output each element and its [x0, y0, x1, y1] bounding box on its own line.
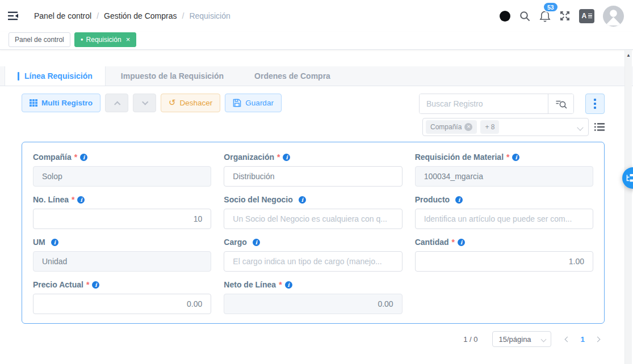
chevron-right-icon: [595, 336, 601, 342]
field-cargo: Cargo: [224, 237, 402, 272]
tab-label: Impuesto de la Requisición: [121, 71, 224, 81]
tag-panel-de-control[interactable]: Panel de control: [9, 32, 70, 47]
cantidad-input[interactable]: [415, 251, 593, 272]
required-asterisk: *: [86, 280, 89, 290]
field-label: Socio del Negocio: [224, 194, 402, 205]
select-chevron-icon: [577, 124, 583, 130]
field-info-icon[interactable]: [253, 239, 260, 246]
field-info-icon[interactable]: [285, 281, 292, 289]
required-asterisk: *: [277, 152, 280, 162]
compania-input: [33, 166, 211, 187]
field-producto: Producto: [415, 194, 593, 229]
field-info-icon[interactable]: [299, 196, 306, 204]
tab-label: Ordenes de Compra: [254, 71, 330, 81]
translate-lines: [588, 14, 592, 18]
field-precio-actual: Precio Actual *: [33, 280, 211, 314]
main-content: Línea Requisición Impuesto de la Requisi…: [0, 66, 633, 347]
current-page-number[interactable]: 1: [575, 335, 590, 344]
undo-button[interactable]: ↺ Deshacer: [161, 94, 220, 112]
sidebar-toggle-icon[interactable]: [8, 11, 20, 21]
label-text: Requisición de Material: [415, 152, 504, 162]
field-info-icon[interactable]: [92, 281, 99, 289]
previous-page-button[interactable]: [560, 337, 575, 341]
field-label: Compañía *: [33, 152, 211, 162]
select-chevron-icon: [541, 337, 547, 342]
field-info-icon[interactable]: [80, 154, 87, 161]
field-cantidad: Cantidad *: [415, 237, 593, 272]
field-info-icon[interactable]: [77, 196, 85, 204]
organizacion-input[interactable]: [224, 166, 402, 187]
breadcrumb-separator: /: [97, 11, 99, 20]
next-page-button[interactable]: [590, 337, 605, 341]
field-list-button[interactable]: [594, 122, 605, 132]
socio-negocio-input[interactable]: [224, 209, 402, 229]
tab-label: Línea Requisición: [24, 71, 93, 81]
page-size-select[interactable]: 15/página: [492, 331, 551, 347]
requisicion-material-input: [415, 166, 593, 187]
precio-actual-input[interactable]: [33, 294, 211, 314]
field-neto-linea: Neto de Línea *: [224, 280, 402, 314]
tag-requisicion-active[interactable]: ● Requisición ×: [74, 32, 136, 47]
remove-filter-icon[interactable]: ×: [464, 123, 472, 131]
save-button[interactable]: Guardar: [225, 94, 282, 112]
field-info-icon[interactable]: [458, 239, 465, 246]
language-translate-icon[interactable]: A: [579, 9, 594, 23]
no-linea-input[interactable]: [33, 209, 211, 229]
label-text: Compañía: [33, 152, 72, 162]
record-tabs: Línea Requisición Impuesto de la Requisi…: [0, 66, 633, 86]
breadcrumb-item-home[interactable]: Panel de control: [34, 11, 91, 20]
required-asterisk: *: [72, 194, 74, 205]
label-text: Socio del Negocio: [224, 194, 292, 205]
columns-filter-select[interactable]: Compañía × + 8: [422, 118, 589, 136]
multi-record-button[interactable]: Multi Registro: [22, 94, 100, 112]
more-options-button[interactable]: [585, 94, 605, 114]
next-record-button[interactable]: [133, 94, 156, 112]
field-label: UM: [33, 237, 211, 247]
required-asterisk: *: [506, 152, 509, 162]
tab-linea-requisicion[interactable]: Línea Requisición: [5, 66, 106, 86]
field-info-icon[interactable]: [51, 239, 58, 246]
filter-tag-compania[interactable]: Compañía ×: [426, 120, 477, 134]
vertical-scrollbar[interactable]: ▲: [624, 50, 632, 364]
field-label: Cantidad *: [415, 237, 593, 247]
label-text: No. Línea: [33, 194, 69, 205]
label-text: Precio Actual: [33, 280, 83, 290]
tab-impuesto-requisicion[interactable]: Impuesto de la Requisición: [106, 66, 239, 86]
toolbar: Multi Registro ↺ Deshacer Guardar: [0, 94, 633, 114]
previous-record-button[interactable]: [105, 94, 128, 112]
pagination-bar: 1 / 0 15/página 1: [0, 331, 605, 347]
cargo-input[interactable]: [224, 251, 402, 272]
neto-linea-input: [224, 294, 402, 314]
fullscreen-icon[interactable]: [559, 10, 571, 22]
field-label: Organización *: [224, 152, 402, 162]
field-label: Precio Actual *: [33, 280, 211, 290]
active-dot-icon: ●: [81, 37, 83, 42]
field-um: UM: [33, 237, 211, 272]
scroll-up-arrow-icon[interactable]: ▲: [626, 53, 631, 364]
field-label: Producto: [415, 194, 593, 205]
field-requisicion-material: Requisición de Material *: [415, 152, 593, 187]
filter-tag-more[interactable]: + 8: [480, 120, 499, 134]
info-icon[interactable]: [500, 11, 510, 22]
label-text: Neto de Línea: [224, 280, 276, 290]
tab-ordenes-de-compra[interactable]: Ordenes de Compra: [239, 66, 346, 86]
active-tab-bar: [18, 72, 19, 81]
advanced-search-button[interactable]: [548, 94, 573, 113]
close-tag-icon[interactable]: ×: [126, 35, 131, 44]
field-no-linea: No. Línea *: [33, 194, 211, 229]
undo-icon: ↺: [169, 99, 176, 107]
breadcrumb-item-purchases[interactable]: Gestión de Compras: [104, 11, 177, 20]
field-info-icon[interactable]: [512, 154, 519, 161]
field-info-icon[interactable]: [455, 196, 463, 204]
record-search-input[interactable]: [420, 94, 548, 113]
filter-row: Compañía × + 8: [0, 118, 633, 136]
field-label: No. Línea *: [33, 194, 211, 205]
field-info-icon[interactable]: [283, 154, 290, 161]
search-icon[interactable]: [519, 10, 531, 22]
producto-input[interactable]: [415, 209, 593, 229]
open-windows-tagbar: Panel de control ● Requisición ×: [0, 32, 633, 50]
save-label: Guardar: [245, 99, 274, 107]
notifications-bell-icon[interactable]: 53: [539, 10, 551, 22]
user-avatar[interactable]: [603, 6, 624, 27]
chevron-left-icon: [565, 336, 571, 342]
